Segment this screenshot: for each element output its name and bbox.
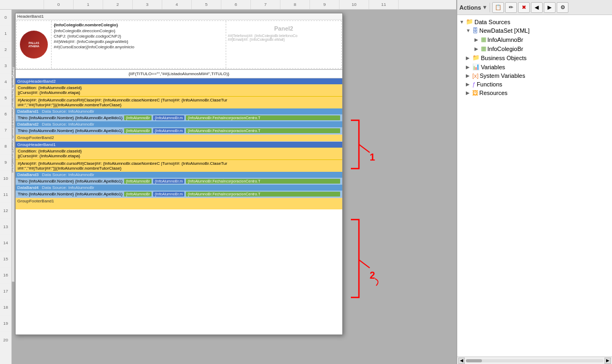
data-band4: DataBand4 Data Source: InfoAlumnoBr Thir… xyxy=(16,185,342,198)
svg-text:2: 2 xyxy=(370,270,375,281)
data-band4-cell2: {InfoAlumnoBr.m xyxy=(153,192,184,196)
ruler-mark: 10 xyxy=(340,0,369,9)
toolbar-forward-btn[interactable]: ▶ xyxy=(544,2,556,13)
toolbar-edit-btn[interactable]: ✏ xyxy=(505,2,517,13)
tree-label: Functions xyxy=(477,81,502,88)
ruler-mark: 2 xyxy=(103,0,133,9)
data-band2-row: Thiro {InfoAlumnoBr.Nombre} {InfoAlumnoB… xyxy=(16,127,342,134)
tree-label: Data Sources xyxy=(474,19,510,25)
data-band1: DataBand1 Data Source: InfoAlumnoBr Thir… xyxy=(16,108,342,121)
ruler-left: 0 1 2 3 4 5 6 7 8 9 10 11 12 13 14 15 16… xyxy=(0,10,12,364)
tree-node-data-sources[interactable]: ▼ 📁 Data Sources xyxy=(458,17,611,26)
group-header1-anio: #|Anio|##: {InfoAlumnoBr.cursoR#|Clase|#… xyxy=(16,159,342,172)
tree-node-variables[interactable]: ▶ 📊 Variables xyxy=(458,62,611,71)
panel2-label: Panel2 xyxy=(228,25,340,32)
svg-text:1: 1 xyxy=(370,152,375,163)
group-header2-condition: Condition: {InfoAlumnoBr.claseId} |jCurs… xyxy=(16,84,342,96)
logo-placeholder: PALLASATHENA xyxy=(20,31,48,59)
header-band-content: PALLASATHENA {InfoColegioBr.nombreColegi… xyxy=(16,20,342,69)
data-band2-cell3: {InfoAlumnoBr.FechaIncorporacionCentro.T xyxy=(186,128,340,133)
scrollbar-track[interactable] xyxy=(466,359,603,362)
header-band: HeaderBand1 PALLASATHENA xyxy=(16,13,342,70)
panel2: Panel2 ##|Telefono|##: {InfoColegioBr.te… xyxy=(226,21,341,68)
data-cell1: {InfoAlumnoBr xyxy=(124,115,152,120)
group-header-band2: GroupHeaderBand2 Condition: {InfoAlumnoB… xyxy=(16,78,342,108)
expand-icon: ▶ xyxy=(474,37,480,42)
header-fields: {InfoColegioBr.nombreColegio} {InfoColeg… xyxy=(52,21,226,68)
expand-icon: ▶ xyxy=(474,46,480,52)
group-header-band1: GroupHeaderBand1 Condition: {InfoAlumnoB… xyxy=(16,142,342,172)
scroll-right-btn[interactable]: ▶ xyxy=(604,358,611,364)
curso-line: |jCurso|##: {InfoAlumnoBr.etapa} xyxy=(18,90,340,95)
toolbar-copy-btn[interactable]: 📋 xyxy=(492,2,504,13)
side-band-label: {InfoColegioBr.Titular|MujerColegio|{Inf… xyxy=(12,67,15,282)
scrollbar-thumb xyxy=(466,359,482,362)
ruler-mark: 4 xyxy=(162,0,192,9)
toolbar-settings-btn[interactable]: ⚙ xyxy=(557,2,568,13)
ruler-mark: 5 xyxy=(192,0,221,9)
group-footer-band2: GroupFooterBand2 xyxy=(16,134,342,142)
tree-node-business-objects[interactable]: ▶ 📁 Business Objects xyxy=(458,53,611,62)
anio-field: ##|CursoEscolar|{InfoColegioBr.anyoInici… xyxy=(54,45,224,49)
actions-dropdown-icon[interactable]: ▼ xyxy=(482,4,487,10)
tree-label: Variables xyxy=(481,64,505,70)
expand-icon: ▶ xyxy=(466,73,471,78)
data-band4-header: DataBand4 Data Source: InfoAlumnoBr xyxy=(16,185,342,191)
data-band2-cell1: {InfoAlumnoBr xyxy=(124,128,152,133)
folder-icon: 📁 xyxy=(472,54,480,61)
ruler-mark: 9 xyxy=(310,0,340,9)
ruler-top: 0 1 2 3 4 5 6 7 8 9 10 11 xyxy=(0,0,456,10)
tree-area: ▼ 📁 Data Sources ▼ 🗄 NewDataSet [XML] ▶ … xyxy=(457,15,612,356)
tree-node-system-variables[interactable]: ▶ [x] System Variables xyxy=(458,71,611,80)
data-band3-row: Thiro {InfoAlumnoBr.Nombre} {InfoAlumnoB… xyxy=(16,178,342,185)
svg-line-0 xyxy=(359,144,370,152)
data-band2-cell2: {InfoAlumnoBr.m xyxy=(153,128,184,133)
ruler-mark: 3 xyxy=(133,0,162,9)
ruler-mark: 6 xyxy=(221,0,251,9)
logo-container: PALLASATHENA xyxy=(17,21,52,68)
canvas-area[interactable]: {InfoColegioBr.Titular|MujerColegio|{Inf… xyxy=(12,10,456,364)
group-header2-label: GroupHeaderBand2 xyxy=(16,78,342,84)
group-footer2-label: GroupFooterBand2 xyxy=(16,135,342,141)
right-panel: Actions ▼ 📋 ✏ ✖ ◀ ▶ ⚙ ▼ 📁 Data Sources ▼… xyxy=(456,0,612,364)
expand-icon: ▶ xyxy=(466,90,471,96)
tree-node-new-dataset[interactable]: ▼ 🗄 NewDataSet [XML] xyxy=(458,26,611,35)
iif-band: {IIF(TITULO=="","##|ListadoAlumnosMI##",… xyxy=(16,70,342,78)
scroll-left-btn[interactable]: ◀ xyxy=(458,358,465,364)
condition-text: Condition: {InfoAlumnoBr.claseId} xyxy=(18,85,340,90)
page-bottom xyxy=(16,209,342,242)
toolbar-delete-btn[interactable]: ✖ xyxy=(518,2,530,13)
xml-icon: 🗄 xyxy=(472,27,478,34)
tree-label: Resources xyxy=(479,90,508,96)
group-footer1-label: GroupFooterBand1 xyxy=(16,198,342,204)
tree-node-info-colegio[interactable]: ▶ ▦ InfoColegioBr xyxy=(458,44,611,53)
web-field: ##|Web|##: {InfoColegioBr.paginaWeb} xyxy=(54,39,224,44)
data-band2-header: DataBand2 Data Source: InfoAlumnoBr xyxy=(16,121,342,127)
var-icon: 📊 xyxy=(472,63,480,70)
actions-label: Actions xyxy=(459,4,481,11)
group-header1-condition: Condition: {InfoAlumnoBr.claseId} |jCurs… xyxy=(16,148,342,159)
func-icon: ƒ xyxy=(472,81,476,88)
data-band1-header: DataBand1 Data Source: InfoAlumnoBr xyxy=(16,108,342,114)
ruler-mark: 1 xyxy=(74,0,103,9)
group-header1-label: GroupHeaderBand1 xyxy=(16,142,342,148)
expand-icon: ▼ xyxy=(459,19,465,25)
data-band2: DataBand2 Data Source: InfoAlumnoBr Thir… xyxy=(16,121,342,134)
ruler-mark: 7 xyxy=(251,0,280,9)
group-footer-band1: GroupFooterBand1 xyxy=(16,198,342,209)
table-icon: ▦ xyxy=(481,36,486,43)
group-header2-anio: #|Anio|##: {InfoAlumnoBr.cursoR#|Clase|#… xyxy=(16,96,342,108)
tree-label: Business Objects xyxy=(481,55,527,61)
tree-scrollbar-area: ◀ ▶ xyxy=(457,356,612,364)
tree-node-resources[interactable]: ▶ 🖼 Resources xyxy=(458,89,611,97)
tree-node-info-alumno[interactable]: ▶ ▦ InfoAlumnoBr xyxy=(458,35,611,44)
tree-label: InfoColegioBr xyxy=(487,46,523,52)
sys-var-icon: [x] xyxy=(472,72,479,79)
res-icon: 🖼 xyxy=(472,90,478,96)
table-icon: ▦ xyxy=(481,45,486,52)
toolbar-back-btn[interactable]: ◀ xyxy=(531,2,543,13)
address-field: {InfoColegioBr.direccionColegio} xyxy=(54,28,224,33)
expand-icon: ▶ xyxy=(466,55,471,61)
folder-icon: 📁 xyxy=(466,18,473,25)
tree-node-functions[interactable]: ▶ ƒ Functions xyxy=(458,80,611,89)
